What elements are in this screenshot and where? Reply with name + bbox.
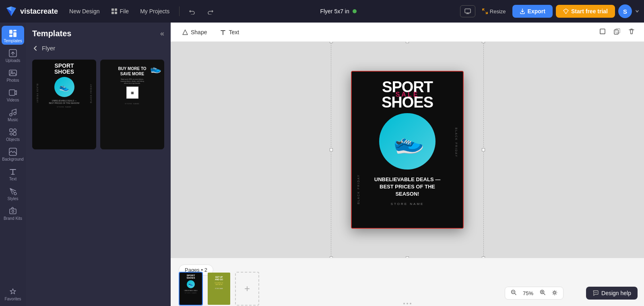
sidebar-item-favorites[interactable]: Favorites	[2, 284, 24, 303]
page-thumb-1[interactable]: SPORTSHOES 👟 UNBELIEVABLE DEALS STORE NA…	[179, 272, 203, 306]
trial-button[interactable]: Start free trial	[556, 5, 615, 18]
toolbar: Shape Text	[171, 23, 644, 42]
headline-line2-wrapper: SHOES SALE	[382, 95, 433, 110]
svg-point-23	[14, 192, 17, 195]
nav-my-projects[interactable]: My Projects	[137, 6, 173, 16]
sidebar-item-styles[interactable]: Styles	[2, 184, 24, 203]
sidebar-label-favorites: Favorites	[4, 297, 21, 301]
sidebar-label-styles: Styles	[7, 196, 18, 201]
handle-top-left[interactable]	[330, 42, 333, 43]
page-thumb-1-store: STORE NAME	[185, 292, 197, 294]
redo-icon	[207, 8, 213, 14]
sidebar-label-music: Music	[8, 118, 18, 122]
svg-point-32	[594, 292, 595, 293]
add-page-icon: +	[244, 283, 250, 294]
templates-panel: Templates « Flyer SPORTSHOES 👟 BLACK FRI…	[26, 23, 171, 306]
panel-collapse-button[interactable]: «	[160, 29, 164, 38]
sidebar-label-text: Text	[9, 177, 17, 181]
avatar-chevron-icon[interactable]	[635, 9, 639, 13]
icon-sidebar: Templates Uploads Photos Videos	[0, 23, 26, 306]
template-1[interactable]: SPORTSHOES 👟 BLACK FRIDAY BLACK FRIDAY U…	[32, 60, 96, 149]
side-text-right: BLACK FRIDAY	[455, 128, 458, 204]
design-circle: 👟	[379, 113, 436, 170]
photos-icon	[8, 68, 17, 77]
shape-icon	[182, 29, 188, 35]
monitor-button[interactable]	[460, 5, 475, 17]
canvas-bg: SPORT SHOES SALE 👟 BLACK FRIDAY BLACK FR…	[171, 42, 644, 258]
design-help-button[interactable]: Design help	[586, 287, 638, 300]
settings-icon	[552, 290, 557, 296]
svg-point-18	[14, 112, 16, 115]
page-thumb-2[interactable]: GET UPAND GO BUY MORE TOSAVE MORE STORE …	[207, 272, 231, 306]
zoom-out-icon	[511, 289, 516, 295]
svg-point-33	[595, 292, 596, 293]
sidebar-item-text[interactable]: Text	[2, 164, 24, 183]
sidebar-item-uploads[interactable]: Uploads	[2, 45, 24, 64]
sidebar-item-photos[interactable]: Photos	[2, 65, 24, 84]
text-button[interactable]: Text	[215, 27, 244, 38]
sidebar-item-background[interactable]: Background	[2, 144, 24, 163]
handle-mid-right[interactable]	[482, 148, 485, 151]
page-thumb-2-title: GET UPAND GO	[215, 276, 223, 281]
avatar[interactable]: S	[618, 4, 632, 18]
redo-button[interactable]	[204, 6, 217, 16]
sidebar-item-music[interactable]: Music	[2, 105, 24, 124]
delete-button[interactable]	[625, 25, 638, 39]
handle-mid-left[interactable]	[330, 148, 333, 151]
sidebar-item-videos[interactable]: Videos	[2, 85, 24, 104]
nav-new-design[interactable]: New Design	[66, 6, 103, 16]
design-card[interactable]: SPORT SHOES SALE 👟 BLACK FRIDAY BLACK FR…	[351, 71, 464, 229]
zoom-value: 75%	[520, 290, 536, 296]
svg-rect-24	[10, 209, 16, 214]
canvas-scroll[interactable]: SPORT SHOES SALE 👟 BLACK FRIDAY BLACK FR…	[171, 42, 644, 258]
zoom-out-button[interactable]	[508, 289, 519, 298]
sidebar-label-brand-kits: Brand Kits	[4, 216, 22, 221]
side-text-left: BLACK FRIDAY	[357, 128, 360, 204]
handle-top-right[interactable]	[482, 42, 485, 43]
sidebar-label-uploads: Uploads	[6, 58, 21, 63]
sidebar-item-brand-kits[interactable]: Brand Kits	[2, 203, 24, 222]
sync-status-dot	[353, 9, 357, 13]
crop-button[interactable]	[597, 25, 609, 39]
monitor-icon	[464, 8, 471, 14]
zoom-settings-button[interactable]	[549, 289, 560, 298]
shape-label: Shape	[191, 29, 207, 35]
undo-button[interactable]	[186, 6, 199, 16]
copy-icon	[613, 28, 621, 35]
vistacreate-logo-icon	[5, 5, 18, 18]
add-page-wrapper: +	[235, 272, 259, 306]
svg-rect-10	[13, 30, 17, 31]
logo[interactable]: vistacreate	[5, 5, 58, 18]
tpl1-title: SPORTSHOES	[54, 63, 74, 75]
delete-icon	[628, 28, 635, 35]
panel-back-button[interactable]: Flyer	[26, 41, 171, 56]
back-arrow-icon	[32, 45, 39, 52]
text-icon	[8, 167, 17, 176]
sidebar-item-objects[interactable]: Objects	[2, 124, 24, 143]
templates-icon	[8, 29, 17, 38]
text-tool-icon	[220, 29, 226, 35]
add-page-button[interactable]: +	[235, 272, 259, 306]
svg-rect-14	[9, 70, 17, 76]
tpl1-sub: UNBELIEVABLE DEALS —BEST PRICES OF THE S…	[49, 99, 79, 104]
page-1-wrapper: SPORTSHOES 👟 UNBELIEVABLE DEALS STORE NA…	[179, 272, 203, 306]
svg-rect-12	[9, 35, 12, 37]
grid-icon	[111, 8, 118, 14]
sidebar-item-templates[interactable]: Templates	[2, 26, 24, 45]
tpl2-sub: Save up to 50% on court shoes,running sh…	[120, 78, 144, 84]
svg-rect-9	[9, 30, 12, 34]
shape-button[interactable]: Shape	[177, 27, 212, 38]
nav-file[interactable]: File	[108, 6, 132, 16]
trial-label: Start free trial	[571, 8, 608, 14]
nav-right: Resize Export Start free trial S	[460, 4, 639, 18]
resize-button[interactable]: Resize	[479, 6, 509, 17]
tpl2-qr: ▦	[126, 87, 138, 99]
copy-button[interactable]	[611, 25, 623, 39]
export-label: Export	[528, 8, 545, 14]
handle-top-center[interactable]	[406, 42, 409, 43]
template-2[interactable]: 👟 BUY MORE TOSAVE MORE Save up to 50% on…	[100, 60, 164, 149]
toolbar-right	[597, 25, 638, 39]
export-button[interactable]: Export	[512, 5, 553, 18]
zoom-in-button[interactable]	[537, 289, 548, 298]
export-icon	[520, 8, 525, 14]
